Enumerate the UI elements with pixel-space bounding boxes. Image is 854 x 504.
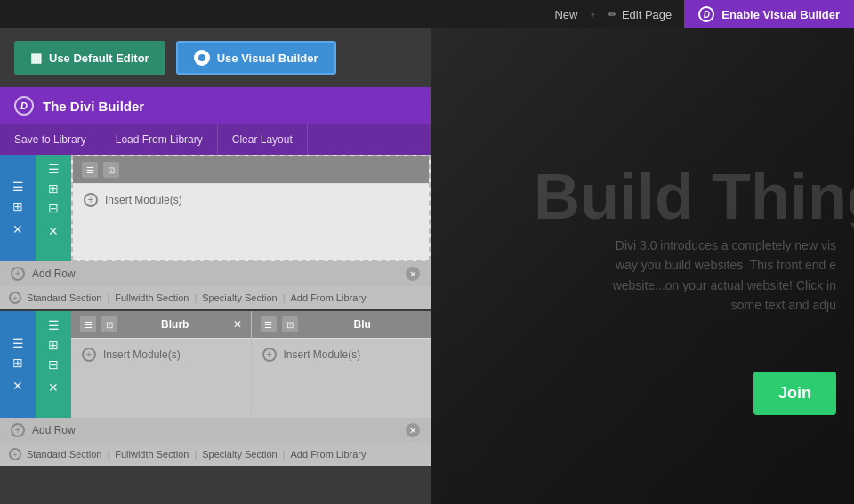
default-editor-label: Use Default Editor [49,52,149,65]
delete-section-button[interactable]: ✕ [12,222,23,236]
library-actions-bar: Save to Library Load From Library Clear … [0,124,431,155]
add-from-library-btn-2[interactable]: Add From Library [291,449,367,460]
divi-builder-title: The Divi Builder [43,99,144,114]
background-panel: Build Thing Divi 3.0 introduces a comple… [427,0,854,504]
add-row-bar-1[interactable]: + Add Row ✕ [0,261,431,286]
pencil-icon: ✏ [608,9,616,20]
module-settings-icon[interactable]: ⊡ [103,162,119,178]
insert-module-2a[interactable]: + Insert Module(s) [71,338,251,371]
section-2-inner: ☰ ⊞ ✕ ☰ ⊞ ⊟ ✕ ☰ ⊡ [0,311,431,418]
standard-section-btn-2[interactable]: Standard Section [27,449,101,460]
row-hamburger-icon-2[interactable]: ☰ [48,318,60,332]
row-controls-2: ☰ ⊞ ⊟ ✕ [36,311,71,418]
close-blurb-1[interactable]: ✕ [233,318,242,331]
new-label: New [554,8,577,21]
standard-section-btn-1[interactable]: Standard Section [27,292,101,303]
row-layout-icon[interactable]: ⊞ [48,181,59,196]
blurb-edit-icon-1[interactable]: ☰ [80,316,96,332]
top-navigation: New + ✏ Edit Page D Enable Visual Builde… [0,0,854,28]
blurb-module-header-2: ☰ ⊡ Blu [252,311,431,338]
visual-builder-label: Use Visual Builder [217,52,318,65]
divi-builder-logo: D [14,96,34,116]
blurb-module-header-1: ☰ ⊡ Blurb ✕ [71,311,251,338]
close-add-row-1[interactable]: ✕ [406,267,420,281]
row-controls-1: ☰ ⊞ ⊟ ✕ [36,155,71,261]
delete-row-button-2[interactable]: ✕ [48,380,59,395]
insert-module-label-2b: Insert Module(s) [284,348,361,361]
add-section-icon-2[interactable]: + [9,448,21,460]
bg-headline: Build Thing [534,160,854,233]
monitor-icon: ▦ [30,51,42,65]
hamburger-icon-2[interactable]: ☰ [12,336,24,350]
use-default-editor-button[interactable]: ▦ Use Default Editor [14,41,165,75]
plus-icon-add-row-2: + [11,423,25,437]
plus-icon-1: + [84,193,98,207]
nav-new[interactable]: New [542,0,590,28]
delete-row-button[interactable]: ✕ [48,224,59,238]
add-from-library-btn-1[interactable]: Add From Library [291,292,367,303]
edit-page-label: Edit Page [622,8,672,21]
section-2: ☰ ⊞ ✕ ☰ ⊞ ⊟ ✕ ☰ ⊡ [0,311,431,466]
module-row-icons-1: ☰ ⊡ [82,162,119,178]
specialty-section-btn-2[interactable]: Specialty Section [202,449,277,460]
add-row-label-2: Add Row [32,424,76,436]
clear-layout-button[interactable]: Clear Layout [218,124,308,155]
section-1: ☰ ⊞ ✕ ☰ ⊞ ⊟ ✕ ☰ ⊡ [0,155,431,309]
divi-builder-header: D The Divi Builder [0,87,431,124]
blurb-title-2: Blu [303,318,423,331]
builder-content: ☰ ⊞ ✕ ☰ ⊞ ⊟ ✕ ☰ ⊡ [0,155,431,504]
divi-logo-icon: D [698,6,714,22]
blurb-edit-icon-2[interactable]: ☰ [261,316,277,332]
fullwidth-section-btn-1[interactable]: Fullwidth Section [115,292,189,303]
nav-edit-page[interactable]: ✏ Edit Page [596,0,684,28]
blurb-settings-icon-1[interactable]: ⊡ [101,316,117,332]
module-col-1: ☰ ⊡ Blurb ✕ + Insert Module(s) [71,311,252,418]
load-from-library-button[interactable]: Load From Library [101,124,218,155]
blurb-title-1: Blurb [123,318,228,331]
module-col-2: ☰ ⊡ Blu + Insert Module(s) [252,311,431,418]
eye-icon [194,50,210,66]
column-controls-2: ☰ ⊞ ✕ [0,311,36,418]
delete-section-button-2[interactable]: ✕ [12,379,23,393]
row-hamburger-icon[interactable]: ☰ [48,162,60,176]
blurb-settings-icon-2[interactable]: ⊡ [282,316,298,332]
row-grid-icon-2[interactable]: ⊟ [48,357,59,372]
section-footer-2: + Standard Section | Fullwidth Section |… [0,443,431,466]
fullwidth-section-btn-2[interactable]: Fullwidth Section [115,449,189,460]
add-row-label-1: Add Row [32,268,76,280]
row-grid-icon[interactable]: ⊟ [48,201,59,215]
add-section-icon-1[interactable]: + [9,292,21,304]
modules-row-2: ☰ ⊡ Blurb ✕ + Insert Module(s) [71,311,431,418]
join-button[interactable]: Join [753,372,836,415]
plus-icon-add-row-1: + [11,267,25,281]
use-visual-builder-button[interactable]: Use Visual Builder [176,41,336,75]
enable-visual-builder-button[interactable]: D Enable Visual Builder [684,0,854,28]
bg-body: Divi 3.0 introduces a completely new vis… [516,236,836,316]
insert-module-2b[interactable]: + Insert Module(s) [252,338,431,371]
enable-visual-builder-label: Enable Visual Builder [721,8,840,21]
specialty-section-btn-1[interactable]: Specialty Section [202,292,277,303]
insert-module-1[interactable]: + Insert Module(s) [73,183,429,216]
left-panel: ▦ Use Default Editor Use Visual Builder … [0,28,431,504]
editor-toggle-area: ▦ Use Default Editor Use Visual Builder [0,28,431,87]
add-row-bar-2[interactable]: + Add Row ✕ [0,418,431,443]
column-controls-1: ☰ ⊞ ✕ [0,155,36,261]
layout-icon[interactable]: ⊞ [12,199,23,213]
section-1-inner: ☰ ⊞ ✕ ☰ ⊞ ⊟ ✕ ☰ ⊡ [0,155,431,261]
module-edit-icon[interactable]: ☰ [82,162,98,178]
module-row-header-1: ☰ ⊡ [73,156,429,183]
insert-module-label-1: Insert Module(s) [105,194,182,206]
plus-icon-2a: + [82,348,96,362]
row-layout-icon-2[interactable]: ⊞ [48,338,59,352]
save-to-library-button[interactable]: Save to Library [0,124,101,155]
hamburger-icon[interactable]: ☰ [12,180,24,194]
layout-icon-2[interactable]: ⊞ [12,356,23,370]
close-add-row-2[interactable]: ✕ [406,423,420,437]
plus-icon-2b: + [262,348,277,362]
module-area-1: ☰ ⊡ + Insert Module(s) [71,155,431,261]
insert-module-label-2a: Insert Module(s) [103,348,181,361]
section-footer-1: + Standard Section | Fullwidth Section |… [0,286,431,309]
